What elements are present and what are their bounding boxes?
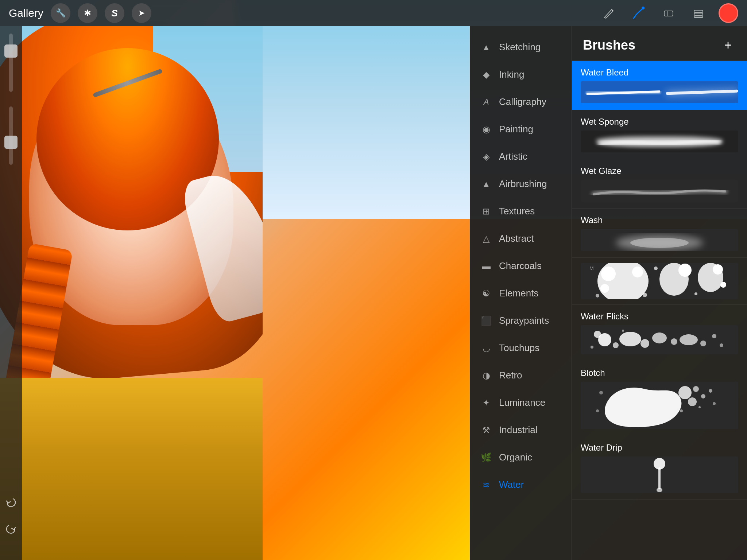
svg-point-39 [688,397,697,406]
transform-button[interactable]: ➤ [132,3,151,23]
luminance-icon: ✦ [481,398,492,408]
wrench-button[interactable]: 🔧 [51,3,70,23]
abstract-icon: △ [481,234,492,244]
category-item-sketching[interactable]: ▲ Sketching [470,34,572,61]
svg-rect-3 [694,10,703,12]
category-item-spraypaints[interactable]: ⬛ Spraypaints [470,307,572,334]
sidebar-sliders [0,34,22,165]
color-picker[interactable] [719,3,738,23]
category-item-organic[interactable]: 🌿 Organic [470,444,572,471]
size-slider-track[interactable] [9,106,13,165]
layers-tool-button[interactable] [689,3,708,23]
gallery-button[interactable]: Gallery [9,7,43,19]
category-item-industrial[interactable]: ⚒ Industrial [470,416,572,444]
category-item-water[interactable]: ≋ Water [470,471,572,498]
svg-rect-1 [664,11,673,16]
svg-point-23 [596,294,599,298]
svg-point-14 [600,284,609,293]
category-list: ▲ Sketching ◆ Inking A Calligraphy ◉ Pai… [470,26,572,560]
brush-tool-button[interactable] [629,3,649,23]
category-label-spraypaints: Spraypaints [499,315,549,326]
svg-point-40 [693,386,699,392]
textures-icon: ⊞ [481,206,492,217]
size-slider-thumb[interactable] [4,136,18,149]
svg-point-42 [709,389,712,393]
brush-item-wet-glaze[interactable]: Wet Glaze [572,159,747,209]
svg-point-21 [694,292,697,295]
brush-preview-water-bleed [581,81,738,103]
category-label-organic: Organic [499,452,532,463]
retro-icon: ◑ [481,370,492,381]
category-item-artistic[interactable]: ◈ Artistic [470,143,572,170]
category-item-touchups[interactable]: ◡ Touchups [470,334,572,362]
category-label-textures: Textures [499,206,535,217]
category-item-calligraphy[interactable]: A Calligraphy [470,88,572,116]
svg-point-20 [654,267,658,270]
category-item-painting[interactable]: ◉ Painting [470,116,572,143]
category-label-airbrushing: Airbrushing [499,178,547,190]
brushes-title: Brushes [583,38,635,53]
brush-name-water-flicks: Water Flicks [581,311,738,322]
category-item-textures[interactable]: ⊞ Textures [470,198,572,225]
spraypaints-icon: ⬛ [481,316,492,326]
category-label-elements: Elements [499,288,538,299]
svg-rect-5 [694,16,703,18]
category-item-elements[interactable]: ☯ Elements [470,280,572,307]
svg-point-10 [630,238,689,248]
opacity-slider-thumb[interactable] [4,44,18,58]
eraser-tool-button[interactable] [659,3,678,23]
opacity-slider-track[interactable] [9,34,13,92]
brush-item-wet-sponge[interactable]: Wet Sponge [572,110,747,159]
add-brush-button[interactable]: + [720,37,736,53]
modify-button[interactable]: ✱ [78,3,97,23]
svg-point-46 [599,391,603,394]
inking-icon: ◆ [481,70,492,80]
brush-item-wash[interactable]: Wash [572,209,747,258]
category-label-painting: Painting [499,124,533,135]
category-label-abstract: Abstract [499,233,534,244]
redo-button[interactable] [4,522,18,538]
category-item-retro[interactable]: ◑ Retro [470,362,572,389]
brush-preview-blotch [581,382,738,429]
smudge-icon: S [111,8,117,19]
category-label-industrial: Industrial [499,424,538,436]
category-item-charcoals[interactable]: ▬ Charcoals [470,252,572,280]
svg-text:M: M [589,265,594,271]
brush-preview-wet-sponge [581,131,738,152]
category-item-abstract[interactable]: △ Abstract [470,225,572,252]
svg-rect-49 [658,467,661,489]
brush-item-water-splatter[interactable]: M [572,258,747,305]
svg-point-41 [701,394,705,398]
brush-item-water-drip[interactable]: Water Drip [572,436,747,500]
undo-button[interactable] [4,496,18,512]
category-label-charcoals: Charcoals [499,260,542,272]
svg-point-19 [720,282,726,288]
modify-icon: ✱ [84,8,91,18]
category-label-artistic: Artistic [499,151,527,162]
svg-point-16 [678,264,692,277]
category-item-inking[interactable]: ◆ Inking [470,61,572,88]
left-sidebar [0,26,22,560]
category-label-inking: Inking [499,69,524,80]
brush-preview-water-splatter: M [581,263,738,299]
svg-point-47 [596,409,599,412]
wrench-icon: 🔧 [56,8,66,18]
category-label-water: Water [499,479,524,490]
pencil-tool-button[interactable] [599,3,619,23]
brush-name-wet-glaze: Wet Glaze [581,166,738,176]
undo-redo-group [4,496,18,553]
smudge-button[interactable]: S [105,3,124,23]
brush-item-water-bleed[interactable]: Water Bleed [572,61,747,110]
brushes-header: Brushes + [572,26,747,61]
svg-point-35 [591,346,593,349]
svg-point-22 [643,293,647,297]
brush-item-blotch[interactable]: Blotch [572,361,747,436]
water-icon: ≋ [481,480,492,490]
brush-item-water-flicks[interactable]: Water Flicks [572,305,747,361]
svg-point-0 [642,7,645,9]
svg-point-27 [613,342,619,348]
category-item-airbrushing[interactable]: ▲ Airbrushing [470,170,572,198]
category-item-luminance[interactable]: ✦ Luminance [470,389,572,416]
svg-point-18 [713,264,723,275]
brush-preview-wet-glaze [581,180,738,202]
